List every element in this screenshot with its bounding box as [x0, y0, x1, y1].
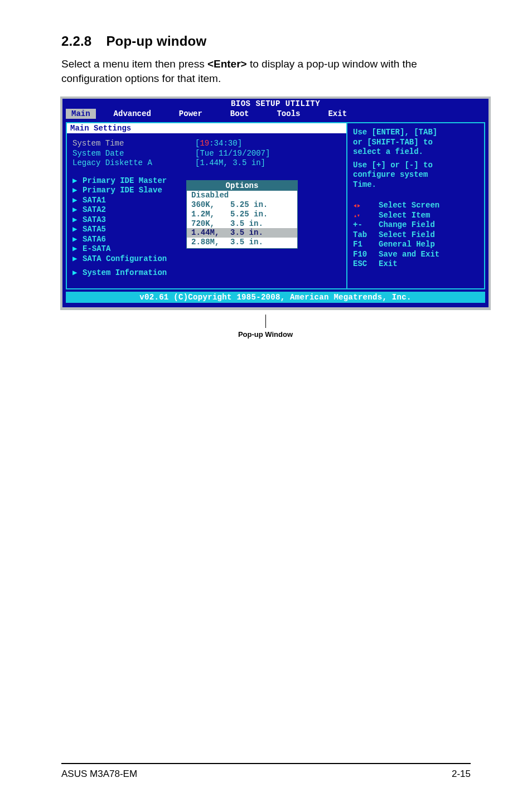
row-legacy-diskette[interactable]: Legacy Diskette A [1.44M, 3.5 in] [67, 158, 346, 168]
popup-option-label: 1.2M, [191, 210, 230, 219]
svg-marker-2 [354, 214, 356, 217]
legend-change-field: Change Field [379, 220, 435, 230]
footer-left: ASUS M3A78-EM [61, 769, 137, 780]
legend-exit: Exit [379, 259, 398, 269]
help-line: or [SHIFT-TAB] to [353, 138, 478, 148]
popup-window[interactable]: Options Disabled 360K,5.25 in. 1.2M,5.25… [186, 180, 298, 249]
submenu-arrow-icon: ▶ [72, 176, 83, 186]
submenu-arrow-icon: ▶ [72, 244, 83, 254]
legend-select-field: Select Field [379, 230, 435, 240]
row-system-time[interactable]: System Time [19:34:30] [67, 139, 346, 149]
help-line: Use [ENTER], [TAB] [353, 128, 478, 138]
popup-option-label: 360K, [191, 200, 230, 210]
help-line: configure system [353, 170, 478, 180]
legacy-value: [1.44M, 3.5 in] [195, 158, 265, 168]
submenu-arrow-icon: ▶ [72, 186, 83, 196]
popup-option-360k[interactable]: 360K,5.25 in. [187, 200, 297, 210]
submenu-label: SATA2 [83, 205, 106, 215]
bios-window: BIOS SETUP UTILITY Main Advanced Power B… [60, 96, 491, 310]
intro-paragraph: Select a menu item then press <Enter> to… [61, 57, 471, 85]
help-line: Use [+] or [-] to [353, 161, 478, 171]
popup-option-size: 3.5 in. [230, 219, 263, 229]
submenu-arrow-icon: ▶ [72, 235, 83, 245]
footer-rule [61, 763, 471, 764]
submenu-arrow-icon: ▶ [72, 225, 83, 235]
help-line: Time. [353, 180, 478, 190]
tab-exit[interactable]: Exit [322, 109, 352, 119]
popup-title: Options [187, 181, 297, 191]
arrows-lr-icon [353, 201, 379, 211]
legend-general-help: General Help [379, 240, 435, 250]
popup-option-label: Disabled [191, 191, 230, 200]
bios-title: BIOS SETUP UTILITY [62, 99, 489, 109]
bios-menubar[interactable]: Main Advanced Power Boot Tools Exit [62, 109, 489, 120]
popup-option-label: 720K, [191, 219, 230, 229]
svg-marker-0 [354, 204, 356, 207]
submenu-label: System Information [83, 268, 167, 278]
popup-option-disabled[interactable]: Disabled [187, 191, 297, 200]
system-date-value: [Tue 11/19/2007] [195, 149, 270, 159]
right-panel: Use [ENTER], [TAB] or [SHIFT-TAB] to sel… [347, 122, 485, 289]
legend-key-plusminus: +- [353, 220, 379, 230]
tab-boot[interactable]: Boot [225, 109, 255, 119]
legend-key-esc: ESC [353, 259, 379, 269]
popup-option-288m[interactable]: 2.88M,3.5 in. [187, 238, 297, 247]
tab-tools[interactable]: Tools [271, 109, 306, 119]
submenu-label: Primary IDE Slave [83, 186, 162, 196]
popup-option-size: 3.5 in. [230, 228, 263, 238]
submenu-arrow-icon: ▶ [72, 205, 83, 215]
submenu-arrow-icon: ▶ [72, 196, 83, 206]
tab-main[interactable]: Main [66, 109, 96, 119]
popup-option-label: 2.88M, [191, 238, 230, 247]
submenu-arrow-icon: ▶ [72, 268, 83, 278]
submenu-system-information[interactable]: ▶System Information [72, 268, 341, 278]
legacy-label: Legacy Diskette A [72, 158, 195, 168]
submenu-label: SATA3 [83, 215, 106, 225]
popup-option-720k[interactable]: 720K,3.5 in. [187, 219, 297, 229]
popup-option-label: 1.44M, [191, 228, 230, 238]
system-time-value: [19:34:30] [195, 139, 242, 149]
arrows-ud-icon [353, 211, 379, 221]
system-time-rest: :34:30] [209, 139, 242, 148]
popup-option-12m[interactable]: 1.2M,5.25 in. [187, 210, 297, 219]
tab-power[interactable]: Power [173, 109, 208, 119]
legend-save-exit: Save and Exit [379, 250, 439, 260]
popup-option-size: 5.25 in. [230, 210, 268, 219]
system-time-hour: 19 [200, 139, 209, 148]
submenu-label: SATA6 [83, 235, 106, 245]
row-system-date[interactable]: System Date [Tue 11/19/2007] [67, 149, 346, 159]
section-title: Pop-up window [106, 33, 206, 49]
submenu-sata-config[interactable]: ▶SATA Configuration [72, 254, 341, 264]
intro-text-pre: Select a menu item then press [61, 58, 207, 70]
system-time-label: System Time [72, 139, 195, 149]
section-number: 2.2.8 [61, 33, 91, 49]
submenu-label: Primary IDE Master [83, 176, 167, 186]
submenu-label: SATA Configuration [83, 254, 167, 264]
footer-right: 2-15 [452, 769, 471, 780]
bios-copyright: v02.61 (C)Copyright 1985-2008, American … [66, 292, 485, 303]
svg-marker-1 [357, 204, 360, 207]
tab-advanced[interactable]: Advanced [108, 109, 157, 119]
help-text: Use [ENTER], [TAB] or [SHIFT-TAB] to sel… [353, 128, 478, 190]
key-legend: Select Screen Select Item +-Change Field [353, 201, 478, 269]
system-date-label: System Date [72, 149, 195, 159]
svg-marker-3 [357, 214, 360, 217]
submenu-label: SATA1 [83, 196, 106, 206]
submenu-arrow-icon: ▶ [72, 254, 83, 264]
popup-option-144m[interactable]: 1.44M,3.5 in. [187, 228, 297, 238]
left-panel: Main Settings System Time [19:34:30] Sys… [66, 122, 347, 289]
section-heading: 2.2.8Pop-up window [61, 33, 471, 49]
help-line: select a field. [353, 147, 478, 157]
page-footer: ASUS M3A78-EM 2-15 [0, 763, 532, 780]
intro-key: <Enter> [207, 58, 247, 70]
legend-select-screen: Select Screen [379, 201, 439, 211]
main-settings-label: Main Settings [67, 123, 346, 133]
submenu-label: E-SATA [83, 244, 110, 254]
popup-option-size: 3.5 in. [230, 238, 263, 247]
legend-key-tab: Tab [353, 230, 379, 240]
legend-key-f10: F10 [353, 250, 379, 260]
callout-line [265, 315, 266, 328]
legend-select-item: Select Item [379, 211, 430, 221]
popup-option-size: 5.25 in. [230, 200, 268, 210]
legend-key-f1: F1 [353, 240, 379, 250]
